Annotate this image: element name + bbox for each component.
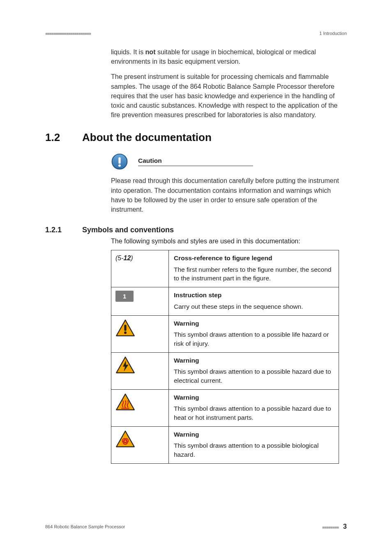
warning-biohazard-desc: Warning This symbol draws attention to a… xyxy=(169,426,339,463)
step-badge: 1 xyxy=(115,291,134,302)
caution-header: Caution xyxy=(111,153,343,170)
warn3-body: This symbol draws attention to a possibl… xyxy=(174,404,334,422)
page-header: ■■■■■■■■■■■■■■■■■■■■■■ 1 Introduction xyxy=(45,31,347,36)
warning-heat-icon xyxy=(115,393,135,411)
warning-electrical-icon-cell xyxy=(111,352,169,389)
svg-point-5 xyxy=(124,331,127,334)
subsection-1-2-1-num: 1.2.1 xyxy=(45,226,82,234)
page-footer: 864 Robotic Balance Sample Processor ■■■… xyxy=(45,523,347,530)
warning-biohazard-icon xyxy=(115,430,135,448)
crossref-example: (5-12) xyxy=(115,254,133,261)
caution-title-wrap: Caution xyxy=(138,157,343,166)
symbols-table: (5-12) Cross-reference to figure legend … xyxy=(111,250,339,464)
step-cell: 1 xyxy=(111,287,169,315)
step-body: Carry out these steps in the sequence sh… xyxy=(174,302,334,311)
warn4-head: Warning xyxy=(174,430,334,439)
crossref-body: The first number refers to the figure nu… xyxy=(174,265,334,283)
table-row: Warning This symbol draws attention to a… xyxy=(111,315,339,352)
warning-electrical-desc: Warning This symbol draws attention to a… xyxy=(169,352,339,389)
table-row: (5-12) Cross-reference to figure legend … xyxy=(111,250,339,287)
intro-paragraphs: liquids. It is not suitable for usage in… xyxy=(45,47,347,120)
step-desc: Instruction step Carry out these steps i… xyxy=(169,287,339,315)
crossref-b: 12 xyxy=(124,254,131,261)
warning-general-desc: Warning This symbol draws attention to a… xyxy=(169,315,339,352)
section-1-2-num: 1.2 xyxy=(45,131,82,144)
table-row: Warning This symbol draws attention to a… xyxy=(111,426,339,463)
footer-page: 3 xyxy=(343,523,347,530)
warn1-body: This symbol draws attention to a possibl… xyxy=(174,330,334,348)
svg-rect-1 xyxy=(118,157,120,164)
warn3-head: Warning xyxy=(174,393,334,402)
footer-product: 864 Robotic Balance Sample Processor xyxy=(45,524,125,529)
p1-lead: liquids. It is xyxy=(111,49,145,56)
caution-rule xyxy=(138,166,253,166)
caution-block: Caution Please read through this documen… xyxy=(45,153,347,214)
crossref-cell: (5-12) xyxy=(111,250,169,287)
caution-title: Caution xyxy=(138,157,343,164)
warning-heat-desc: Warning This symbol draws attention to a… xyxy=(169,389,339,426)
paragraph-1: liquids. It is not suitable for usage in… xyxy=(111,47,343,66)
crossref-desc: Cross-reference to figure legend The fir… xyxy=(169,250,339,287)
caution-text: Please read through this documentation c… xyxy=(111,176,343,214)
warning-general-icon xyxy=(115,319,135,337)
subsection-1-2-1-title: Symbols and conventions xyxy=(82,226,174,234)
table-row: 1 Instruction step Carry out these steps… xyxy=(111,287,339,315)
symbols-intro: The following symbols and styles are use… xyxy=(45,238,347,245)
svg-point-2 xyxy=(118,164,121,167)
warn2-head: Warning xyxy=(174,356,334,365)
crossref-a: (5- xyxy=(115,254,124,261)
section-1-2-heading: 1.2 About the documentation xyxy=(45,131,347,144)
section-1-2-title: About the documentation xyxy=(82,131,212,144)
subsection-1-2-1-heading: 1.2.1 Symbols and conventions xyxy=(45,226,347,234)
step-head: Instruction step xyxy=(174,291,334,300)
table-row: Warning This symbol draws attention to a… xyxy=(111,389,339,426)
warn4-body: This symbol draws attention to a possibl… xyxy=(174,441,334,459)
footer-dashes: ■■■■■■■■ xyxy=(322,525,339,530)
paragraph-2: The present instrument is suitable for p… xyxy=(111,72,343,120)
table-row: Warning This symbol draws attention to a… xyxy=(111,352,339,389)
warning-general-icon-cell xyxy=(111,315,169,352)
caution-icon xyxy=(111,153,128,170)
header-dashes: ■■■■■■■■■■■■■■■■■■■■■■ xyxy=(45,31,91,36)
crossref-c: ) xyxy=(131,254,133,261)
header-chapter: 1 Introduction xyxy=(319,31,347,36)
footer-right: ■■■■■■■■ 3 xyxy=(322,523,347,530)
warn1-head: Warning xyxy=(174,319,334,328)
p1-bold: not xyxy=(145,49,156,56)
svg-rect-4 xyxy=(124,324,126,331)
warn2-body: This symbol draws attention to a possibl… xyxy=(174,367,334,385)
warning-heat-icon-cell xyxy=(111,389,169,426)
warning-electrical-icon xyxy=(115,356,135,374)
warning-biohazard-icon-cell xyxy=(111,426,169,463)
crossref-head: Cross-reference to figure legend xyxy=(174,254,334,263)
